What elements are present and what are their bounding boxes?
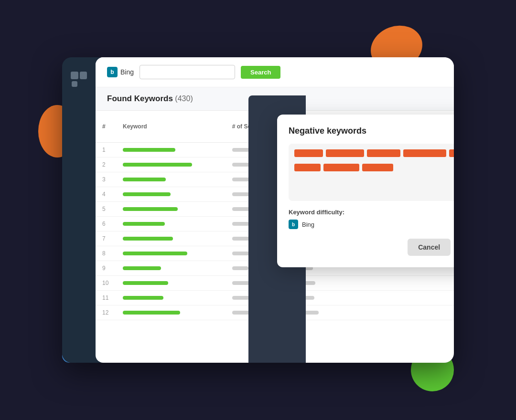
modal-title: Negative keywords <box>289 126 454 136</box>
keyword-bar-cell <box>116 231 226 246</box>
search-button[interactable]: Search <box>241 66 280 79</box>
keyword-tag <box>294 164 321 171</box>
keyword-bar-cell <box>116 202 226 217</box>
keyword-bar-cell <box>116 172 226 187</box>
search-bar <box>232 311 254 315</box>
keyword-bar-cell <box>116 246 226 261</box>
keyword-bar <box>123 237 173 241</box>
keyword-bar <box>123 252 187 255</box>
search-bar <box>232 207 252 211</box>
search-bar <box>232 178 250 181</box>
logo-sq-2 <box>80 72 87 79</box>
keyword-bar <box>123 192 171 196</box>
keyword-bar <box>123 148 175 152</box>
search-bar <box>232 237 253 241</box>
logo-sq-3 <box>72 81 77 87</box>
bing-label: Bing <box>120 68 134 76</box>
search-bar-cell <box>226 276 290 291</box>
comp-bar <box>297 281 315 285</box>
keyword-bar-cell <box>116 276 226 291</box>
group-cell <box>355 305 454 320</box>
keyword-difficulty-section: Keyword difficulty: b Bing <box>289 209 454 229</box>
cancel-button[interactable]: Cancel <box>408 239 451 256</box>
keyword-bar <box>123 281 168 285</box>
bing-label-small: Bing <box>302 221 314 228</box>
search-bar <box>232 266 248 270</box>
keyword-bar-cell <box>116 261 226 276</box>
logo-sq-4 <box>80 81 87 88</box>
row-num: 3 <box>96 172 116 187</box>
row-num: 10 <box>96 276 116 291</box>
table-row[interactable]: 11 <box>96 291 454 305</box>
table-row[interactable]: 10 <box>96 276 454 291</box>
table-row[interactable]: 12 <box>96 305 454 320</box>
keyword-bar-cell <box>116 158 226 172</box>
keyword-bar <box>123 296 163 300</box>
comp-bar-cell <box>290 291 355 305</box>
group-cell <box>355 291 454 305</box>
found-keywords-header: Found Keywords (430) <box>96 87 454 111</box>
col-header-num: # <box>96 111 116 143</box>
keyword-tag <box>403 149 446 157</box>
keyword-bar-cell <box>116 217 226 231</box>
keyword-bar <box>123 222 165 226</box>
col-header-keyword: Keyword <box>116 111 226 143</box>
group-cell <box>355 276 454 291</box>
modal-actions: Cancel Apply <box>289 239 454 256</box>
negative-keywords-modal: Negative keywords <box>277 115 454 267</box>
row-num: 5 <box>96 202 116 217</box>
search-input[interactable] <box>140 65 235 79</box>
search-bar-cell <box>226 305 290 320</box>
search-bar-cell <box>226 291 290 305</box>
search-bar <box>232 148 263 152</box>
row-num: 8 <box>96 246 116 261</box>
keyword-tag <box>362 164 393 171</box>
search-bar <box>232 296 250 300</box>
sidebar-logo <box>71 72 87 88</box>
row-num: 9 <box>96 261 116 276</box>
comp-bar-cell <box>290 276 355 291</box>
search-bar <box>232 281 251 285</box>
keyword-tag <box>449 149 454 157</box>
comp-bar-cell <box>290 305 355 320</box>
keyword-bar-cell <box>116 305 226 320</box>
found-keywords-title: Found Keywords <box>107 94 173 103</box>
logo-sq-1 <box>71 72 78 79</box>
keyword-bar <box>123 266 161 270</box>
keyword-bar <box>123 311 180 315</box>
sidebar <box>62 57 96 363</box>
comp-bar <box>297 296 314 300</box>
difficulty-bing-row: b Bing <box>289 220 454 229</box>
search-bar <box>232 252 256 255</box>
comp-bar <box>297 311 319 315</box>
keyword-bar-cell <box>116 143 226 158</box>
keyword-tag <box>323 164 359 171</box>
row-num: 1 <box>96 143 116 158</box>
keyword-bar-cell <box>116 291 226 305</box>
row-num: 11 <box>96 291 116 305</box>
search-bar <box>232 192 251 196</box>
keyword-bar <box>123 163 192 167</box>
bing-icon: b <box>107 67 118 77</box>
difficulty-label: Keyword difficulty: <box>289 209 454 216</box>
bing-logo-wrapper: b Bing <box>107 67 134 77</box>
found-keywords-count: (430) <box>175 94 193 103</box>
keyword-tag <box>367 149 400 157</box>
top-bar: b Bing Search <box>96 57 454 87</box>
row-num: 4 <box>96 187 116 202</box>
bing-icon-small: b <box>289 220 298 229</box>
keyword-tag <box>326 149 364 157</box>
keywords-display-area[interactable] <box>289 144 454 201</box>
keyword-tag <box>294 149 323 157</box>
row-num: 7 <box>96 231 116 246</box>
row-num: 6 <box>96 217 116 231</box>
keyword-bar <box>123 207 178 211</box>
search-bar <box>232 163 255 167</box>
search-bar <box>232 222 249 226</box>
row-num: 2 <box>96 158 116 172</box>
main-container: b Bing Search Found Keywords (430) # Key… <box>62 57 454 363</box>
row-num: 12 <box>96 305 116 320</box>
keyword-bar <box>123 178 166 181</box>
content-area: b Bing Search Found Keywords (430) # Key… <box>96 57 454 363</box>
keyword-bar-cell <box>116 187 226 202</box>
